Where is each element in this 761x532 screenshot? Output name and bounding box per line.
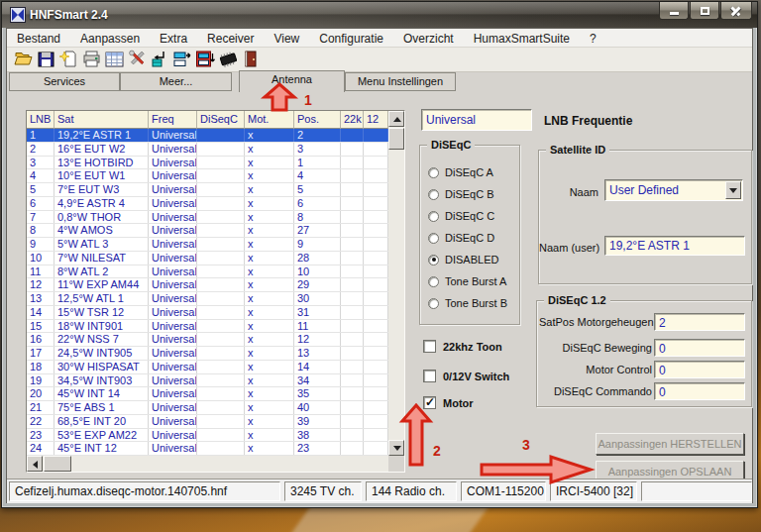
- table-row[interactable]: 313°E HOTBIRDUniversalx1: [27, 157, 404, 170]
- column-header-pos[interactable]: Pos.: [294, 111, 341, 129]
- cell-k22: [341, 374, 364, 387]
- naam-user-input[interactable]: 19,2°E ASTR 1: [604, 236, 745, 256]
- cell-lnb: 23: [27, 429, 54, 442]
- table-row[interactable]: 1415°W TSR 12Universalx31: [27, 306, 404, 320]
- menu-item-extra[interactable]: Extra: [150, 29, 197, 46]
- transfer-receiver-red-icon[interactable]: [195, 49, 216, 70]
- new-document-icon[interactable]: [58, 49, 79, 70]
- radio-tone-burst-b[interactable]: Tone Burst B: [420, 292, 519, 314]
- maximize-button[interactable]: [690, 2, 719, 20]
- column-header-sat[interactable]: Sat: [54, 111, 149, 129]
- menu-item-configuratie[interactable]: Configuratie: [309, 29, 393, 46]
- status-bar: Cefizelj.humax.diseqc-motor.140705.hnf32…: [7, 479, 752, 503]
- tab-menu-instellingen[interactable]: Menu Instellingen: [345, 72, 456, 91]
- aanpassingen-herstellen-button[interactable]: Aanpassingen HERSTELLEN: [596, 433, 744, 455]
- lnb-frequentie-input[interactable]: Universal: [421, 109, 532, 131]
- column-header-12[interactable]: 12: [364, 111, 388, 129]
- table-row[interactable]: 57°E EUT W3Universalx5: [27, 183, 404, 197]
- table-row[interactable]: 64,9°E ASTR 4Universalx6: [27, 197, 404, 211]
- table-row[interactable]: 1518°W INT901Universalx11: [27, 320, 404, 334]
- diseqc-group: DiSEqC DiSEqC ADiSEqC BDiSEqC CDiSEqC DD…: [419, 145, 520, 325]
- table-row[interactable]: 2268,5°E INT 20Universalx39: [27, 415, 404, 429]
- scroll-up-button[interactable]: [388, 111, 404, 127]
- horizontal-scroll-thumb[interactable]: [44, 456, 71, 472]
- menu-item-view[interactable]: View: [264, 29, 309, 46]
- menu-item-humaxsmartsuite[interactable]: HumaxSmartSuite: [464, 29, 580, 46]
- desktop-background: HNFSmart 2.4 BestandAanpassenExtraReceiv…: [0, 0, 761, 532]
- table-row[interactable]: 2353°E EXP AM22Universalx38: [27, 429, 404, 443]
- column-header-22k[interactable]: 22k: [341, 111, 364, 129]
- checkbox-22khz-toon[interactable]: 22khz Toon: [423, 340, 502, 353]
- satellite-id-group-title: Satellite ID: [546, 144, 609, 156]
- minimize-button[interactable]: [659, 2, 689, 20]
- table-row[interactable]: 118°W ATL 2Universalx10: [27, 266, 404, 279]
- table-row[interactable]: 216°E EUT W2Universalx3: [27, 143, 404, 157]
- cell-pos: 27: [294, 224, 341, 237]
- firmware-chip-icon[interactable]: [218, 49, 239, 70]
- table-row[interactable]: 1211°W EXP AM44Universalx29: [27, 278, 404, 292]
- tools-icon[interactable]: [127, 49, 148, 70]
- cell-lnb: 2: [27, 143, 54, 156]
- table-row[interactable]: 1724,5°W INT905Universalx13: [27, 347, 404, 361]
- radio-label: DISABLED: [445, 254, 498, 266]
- channel-table-icon[interactable]: [104, 49, 125, 70]
- menu-item-aanpassen[interactable]: Aanpassen: [70, 29, 150, 46]
- cell-diseqc: [197, 197, 245, 210]
- checkbox-0-12v-switch[interactable]: 0/12V Switch: [423, 370, 509, 382]
- menu-item-receiver[interactable]: Receiver: [197, 29, 264, 46]
- table-row[interactable]: 1830°W HISPASATUniversalx14: [27, 361, 404, 374]
- transfer-receiver-icon[interactable]: [172, 49, 193, 70]
- radio-disabled[interactable]: DISABLED: [420, 249, 519, 270]
- field-input-diseqc-commando[interactable]: 0: [654, 382, 745, 400]
- field-input-satpos-motorgeheugen[interactable]: 2: [654, 313, 745, 331]
- menu-item-bestand[interactable]: Bestand: [7, 29, 70, 46]
- naam-dropdown-button[interactable]: [725, 181, 741, 199]
- table-row[interactable]: 70,8°W THORUniversalx8: [27, 211, 404, 225]
- column-header-mot[interactable]: Mot.: [245, 111, 294, 129]
- horizontal-scrollbar[interactable]: [27, 456, 404, 472]
- radio-diseqc-c[interactable]: DiSEqC C: [420, 205, 519, 227]
- field-input-diseqc-beweging[interactable]: 0: [654, 339, 745, 357]
- menu-item-overzicht[interactable]: Overzicht: [393, 29, 464, 46]
- tab-meer[interactable]: Meer...: [120, 72, 232, 91]
- table-row[interactable]: 2175°E ABS 1Universalx40: [27, 401, 404, 415]
- cell-sat: 0,8°W THOR: [54, 211, 149, 224]
- table-row[interactable]: 410°E EUT W1Universalx4: [27, 169, 404, 183]
- table-row[interactable]: 1312,5°W ATL 1Universalx30: [27, 292, 404, 306]
- cell-mot: x: [245, 429, 294, 442]
- vertical-scroll-thumb[interactable]: [388, 128, 404, 150]
- cell-sat: 8°W ATL 2: [54, 266, 149, 278]
- cell-v12: [364, 278, 388, 291]
- import-table-icon[interactable]: [150, 49, 170, 70]
- radio-tone-burst-a[interactable]: Tone Burst A: [420, 270, 519, 292]
- cell-sat: 4°W AMOS: [54, 224, 149, 237]
- column-header-lnb[interactable]: LNB: [27, 111, 54, 129]
- exit-icon[interactable]: [241, 49, 262, 70]
- table-row[interactable]: 2045°W INT 14Universalx35: [27, 387, 404, 401]
- save-icon[interactable]: [36, 49, 56, 70]
- radio-diseqc-a[interactable]: DiSEqC A: [420, 161, 519, 183]
- table-row[interactable]: 1934,5°W INT903Universalx34: [27, 374, 404, 388]
- field-input-motor-control[interactable]: 0: [654, 361, 745, 378]
- table-row[interactable]: 107°W NILESATUniversalx28: [27, 252, 404, 266]
- naam-dropdown[interactable]: User Defined: [604, 179, 743, 201]
- table-row[interactable]: 95°W ATL 3Universalx9: [27, 238, 404, 252]
- cell-mot: x: [245, 238, 294, 251]
- table-row[interactable]: 119,2°E ASTR 1Universalx2: [27, 129, 404, 143]
- cell-sat: 19,2°E ASTR 1: [54, 129, 149, 142]
- tab-services[interactable]: Services: [9, 72, 120, 91]
- radio-diseqc-b[interactable]: DiSEqC B: [420, 183, 519, 205]
- cell-sat: 24,5°W INT905: [54, 347, 149, 360]
- column-header-freq[interactable]: Freq: [149, 111, 197, 129]
- menu-item-item[interactable]: ?: [580, 29, 606, 46]
- open-file-icon[interactable]: [13, 49, 34, 70]
- radio-diseqc-d[interactable]: DiSEqC D: [420, 227, 519, 249]
- print-icon[interactable]: [81, 49, 102, 70]
- column-header-diseqc[interactable]: DiSeqC: [197, 111, 245, 129]
- scroll-left-button[interactable]: [27, 456, 43, 472]
- table-row[interactable]: 84°W AMOSUniversalx27: [27, 224, 404, 238]
- cell-diseqc: [197, 361, 245, 373]
- table-row[interactable]: 2445°E INT 12Universalx23: [27, 442, 404, 456]
- table-row[interactable]: 1622°W NSS 7Universalx12: [27, 333, 404, 347]
- close-button[interactable]: [720, 2, 752, 20]
